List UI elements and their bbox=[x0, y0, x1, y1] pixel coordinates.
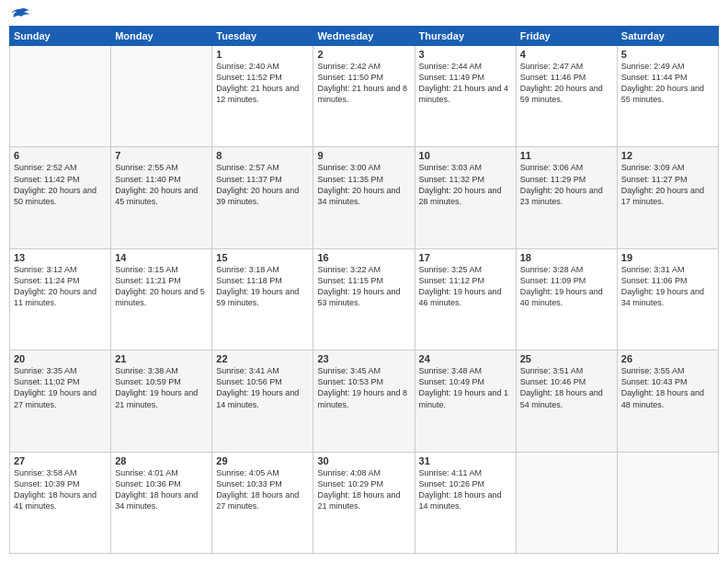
day-info: Sunrise: 2:49 AM Sunset: 11:44 PM Daylig… bbox=[621, 61, 714, 106]
calendar-cell: 25Sunrise: 3:51 AM Sunset: 10:46 PM Dayl… bbox=[516, 350, 617, 452]
calendar-cell: 27Sunrise: 3:58 AM Sunset: 10:39 PM Dayl… bbox=[10, 452, 111, 553]
calendar-cell: 3Sunrise: 2:44 AM Sunset: 11:49 PM Dayli… bbox=[415, 46, 516, 147]
calendar-cell: 23Sunrise: 3:45 AM Sunset: 10:53 PM Dayl… bbox=[313, 350, 415, 452]
calendar-table: SundayMondayTuesdayWednesdayThursdayFrid… bbox=[9, 26, 719, 554]
calendar-cell: 13Sunrise: 3:12 AM Sunset: 11:24 PM Dayl… bbox=[10, 248, 111, 350]
day-info: Sunrise: 3:35 AM Sunset: 11:02 PM Daylig… bbox=[14, 365, 107, 410]
calendar-week-row: 1Sunrise: 2:40 AM Sunset: 11:52 PM Dayli… bbox=[10, 46, 719, 147]
day-info: Sunrise: 3:45 AM Sunset: 10:53 PM Daylig… bbox=[317, 365, 410, 410]
day-info: Sunrise: 3:31 AM Sunset: 11:06 PM Daylig… bbox=[621, 264, 714, 309]
day-number: 23 bbox=[317, 353, 410, 364]
day-number: 3 bbox=[419, 49, 512, 60]
day-info: Sunrise: 4:05 AM Sunset: 10:33 PM Daylig… bbox=[216, 467, 309, 512]
calendar-cell: 28Sunrise: 4:01 AM Sunset: 10:36 PM Dayl… bbox=[111, 452, 212, 553]
calendar-cell: 29Sunrise: 4:05 AM Sunset: 10:33 PM Dayl… bbox=[212, 452, 313, 553]
day-info: Sunrise: 3:09 AM Sunset: 11:27 PM Daylig… bbox=[621, 162, 714, 207]
calendar-cell: 9Sunrise: 3:00 AM Sunset: 11:35 PM Dayli… bbox=[313, 147, 415, 248]
day-info: Sunrise: 3:03 AM Sunset: 11:32 PM Daylig… bbox=[419, 162, 512, 207]
day-number: 20 bbox=[14, 353, 107, 364]
day-number: 22 bbox=[216, 353, 309, 364]
day-info: Sunrise: 3:25 AM Sunset: 11:12 PM Daylig… bbox=[419, 264, 512, 309]
calendar-cell: 30Sunrise: 4:08 AM Sunset: 10:29 PM Dayl… bbox=[313, 452, 415, 553]
day-info: Sunrise: 3:18 AM Sunset: 11:18 PM Daylig… bbox=[216, 264, 309, 309]
day-number: 16 bbox=[317, 252, 410, 263]
day-number: 10 bbox=[419, 150, 512, 161]
calendar-cell: 2Sunrise: 2:42 AM Sunset: 11:50 PM Dayli… bbox=[313, 46, 415, 147]
calendar-cell bbox=[516, 452, 617, 553]
calendar-cell: 11Sunrise: 3:06 AM Sunset: 11:29 PM Dayl… bbox=[516, 147, 617, 248]
day-number: 26 bbox=[621, 353, 714, 364]
day-number: 5 bbox=[621, 49, 714, 60]
day-info: Sunrise: 3:41 AM Sunset: 10:56 PM Daylig… bbox=[216, 365, 309, 410]
weekday-header: Monday bbox=[111, 27, 212, 46]
day-info: Sunrise: 3:51 AM Sunset: 10:46 PM Daylig… bbox=[520, 365, 613, 410]
calendar-cell: 16Sunrise: 3:22 AM Sunset: 11:15 PM Dayl… bbox=[313, 248, 415, 350]
calendar-cell: 4Sunrise: 2:47 AM Sunset: 11:46 PM Dayli… bbox=[516, 46, 617, 147]
calendar-cell: 18Sunrise: 3:28 AM Sunset: 11:09 PM Dayl… bbox=[516, 248, 617, 350]
day-number: 2 bbox=[317, 49, 410, 60]
day-info: Sunrise: 3:15 AM Sunset: 11:21 PM Daylig… bbox=[115, 264, 208, 309]
calendar-cell: 1Sunrise: 2:40 AM Sunset: 11:52 PM Dayli… bbox=[212, 46, 313, 147]
day-number: 25 bbox=[520, 353, 613, 364]
header bbox=[9, 9, 719, 20]
calendar-cell: 21Sunrise: 3:38 AM Sunset: 10:59 PM Dayl… bbox=[111, 350, 212, 452]
day-number: 27 bbox=[14, 455, 107, 466]
calendar-cell bbox=[10, 46, 111, 147]
day-number: 21 bbox=[115, 353, 208, 364]
calendar-cell: 12Sunrise: 3:09 AM Sunset: 11:27 PM Dayl… bbox=[617, 147, 718, 248]
day-number: 11 bbox=[520, 150, 613, 161]
page: SundayMondayTuesdayWednesdayThursdayFrid… bbox=[0, 0, 728, 563]
weekday-header: Wednesday bbox=[313, 27, 415, 46]
day-info: Sunrise: 2:57 AM Sunset: 11:37 PM Daylig… bbox=[216, 162, 309, 207]
day-info: Sunrise: 3:28 AM Sunset: 11:09 PM Daylig… bbox=[520, 264, 613, 309]
day-info: Sunrise: 4:08 AM Sunset: 10:29 PM Daylig… bbox=[317, 467, 410, 512]
day-number: 8 bbox=[216, 150, 309, 161]
day-number: 17 bbox=[419, 252, 512, 263]
day-info: Sunrise: 2:47 AM Sunset: 11:46 PM Daylig… bbox=[520, 61, 613, 106]
calendar-cell: 26Sunrise: 3:55 AM Sunset: 10:43 PM Dayl… bbox=[617, 350, 718, 452]
calendar-cell: 5Sunrise: 2:49 AM Sunset: 11:44 PM Dayli… bbox=[617, 46, 718, 147]
day-number: 31 bbox=[419, 455, 512, 466]
calendar-cell: 24Sunrise: 3:48 AM Sunset: 10:49 PM Dayl… bbox=[415, 350, 516, 452]
day-number: 29 bbox=[216, 455, 309, 466]
weekday-header: Saturday bbox=[617, 27, 718, 46]
day-info: Sunrise: 3:00 AM Sunset: 11:35 PM Daylig… bbox=[317, 162, 410, 207]
weekday-header-row: SundayMondayTuesdayWednesdayThursdayFrid… bbox=[10, 27, 719, 46]
day-number: 6 bbox=[14, 150, 107, 161]
day-info: Sunrise: 2:42 AM Sunset: 11:50 PM Daylig… bbox=[317, 61, 410, 106]
calendar-cell: 31Sunrise: 4:11 AM Sunset: 10:26 PM Dayl… bbox=[415, 452, 516, 553]
day-info: Sunrise: 2:44 AM Sunset: 11:49 PM Daylig… bbox=[419, 61, 512, 106]
day-info: Sunrise: 2:55 AM Sunset: 11:40 PM Daylig… bbox=[115, 162, 208, 207]
calendar-cell: 14Sunrise: 3:15 AM Sunset: 11:21 PM Dayl… bbox=[111, 248, 212, 350]
day-info: Sunrise: 2:52 AM Sunset: 11:42 PM Daylig… bbox=[14, 162, 107, 207]
calendar-cell: 15Sunrise: 3:18 AM Sunset: 11:18 PM Dayl… bbox=[212, 248, 313, 350]
calendar-cell: 17Sunrise: 3:25 AM Sunset: 11:12 PM Dayl… bbox=[415, 248, 516, 350]
day-info: Sunrise: 2:40 AM Sunset: 11:52 PM Daylig… bbox=[216, 61, 309, 106]
day-number: 28 bbox=[115, 455, 208, 466]
day-number: 15 bbox=[216, 252, 309, 263]
day-number: 19 bbox=[621, 252, 714, 263]
day-info: Sunrise: 3:12 AM Sunset: 11:24 PM Daylig… bbox=[14, 264, 107, 309]
day-info: Sunrise: 3:58 AM Sunset: 10:39 PM Daylig… bbox=[14, 467, 107, 512]
day-info: Sunrise: 3:38 AM Sunset: 10:59 PM Daylig… bbox=[115, 365, 208, 410]
day-info: Sunrise: 4:11 AM Sunset: 10:26 PM Daylig… bbox=[419, 467, 512, 512]
calendar-cell bbox=[111, 46, 212, 147]
weekday-header: Friday bbox=[516, 27, 617, 46]
calendar-cell bbox=[617, 452, 718, 553]
calendar-cell: 20Sunrise: 3:35 AM Sunset: 11:02 PM Dayl… bbox=[10, 350, 111, 452]
logo bbox=[9, 9, 31, 20]
day-number: 13 bbox=[14, 252, 107, 263]
calendar-cell: 10Sunrise: 3:03 AM Sunset: 11:32 PM Dayl… bbox=[415, 147, 516, 248]
logo-bird-icon bbox=[11, 7, 31, 24]
day-number: 24 bbox=[419, 353, 512, 364]
calendar-cell: 19Sunrise: 3:31 AM Sunset: 11:06 PM Dayl… bbox=[617, 248, 718, 350]
calendar-week-row: 13Sunrise: 3:12 AM Sunset: 11:24 PM Dayl… bbox=[10, 248, 719, 350]
day-number: 9 bbox=[317, 150, 410, 161]
calendar-week-row: 20Sunrise: 3:35 AM Sunset: 11:02 PM Dayl… bbox=[10, 350, 719, 452]
day-number: 18 bbox=[520, 252, 613, 263]
day-info: Sunrise: 4:01 AM Sunset: 10:36 PM Daylig… bbox=[115, 467, 208, 512]
day-number: 1 bbox=[216, 49, 309, 60]
day-number: 14 bbox=[115, 252, 208, 263]
calendar-week-row: 27Sunrise: 3:58 AM Sunset: 10:39 PM Dayl… bbox=[10, 452, 719, 553]
day-info: Sunrise: 3:22 AM Sunset: 11:15 PM Daylig… bbox=[317, 264, 410, 309]
